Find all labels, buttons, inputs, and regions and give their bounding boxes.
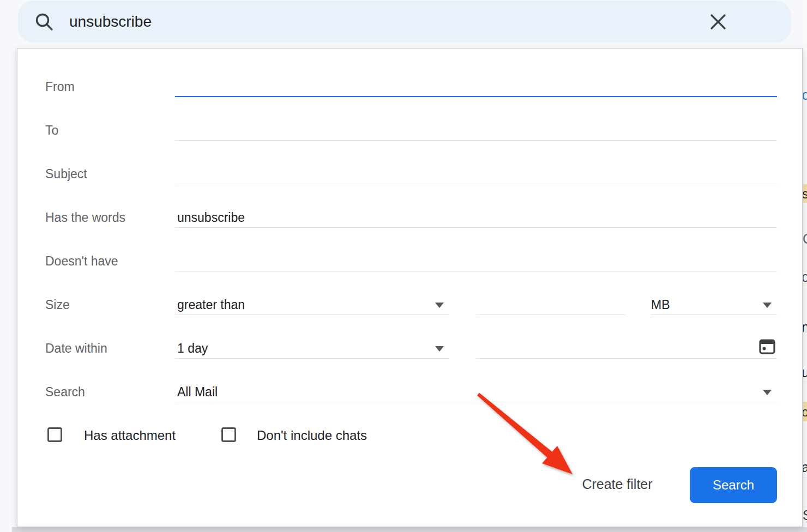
row-divider: [803, 506, 807, 506]
highlighted-text-fragment: o: [803, 402, 807, 421]
subject-label: Subject: [45, 166, 87, 182]
search-input[interactable]: unsubscribe: [69, 13, 707, 31]
size-unit-underline: [651, 315, 777, 315]
search-scope-dropdown-icon[interactable]: [763, 390, 772, 395]
create-filter-button[interactable]: Create filter: [563, 476, 672, 492]
row-divider: [803, 283, 807, 284]
search-icon: [34, 12, 54, 32]
date-within-dropdown-icon[interactable]: [435, 346, 444, 352]
dont-include-chats-checkbox[interactable]: [221, 427, 236, 442]
has-words-underline: [175, 227, 777, 228]
dont-include-chats-label: Don't include chats: [257, 428, 367, 443]
has-attachment-label: Has attachment: [84, 428, 176, 443]
size-operator-dropdown-icon[interactable]: [435, 303, 444, 308]
date-within-select[interactable]: 1 day: [177, 341, 208, 356]
date-within-underline: [175, 358, 449, 359]
background-text-fragment: S: [803, 509, 807, 522]
calendar-icon[interactable]: [759, 338, 775, 354]
search-scope-underline: [175, 402, 777, 402]
size-operator-underline: [175, 315, 449, 315]
has-words-input[interactable]: unsubscribe: [177, 210, 245, 225]
search-scope-label: Search: [45, 384, 85, 400]
from-label: From: [45, 79, 75, 94]
search-button[interactable]: Search: [690, 467, 777, 503]
close-icon[interactable]: [707, 11, 729, 33]
from-underline-focused: [175, 96, 777, 97]
search-scope-select[interactable]: All Mail: [177, 384, 218, 400]
has-words-label: Has the words: [45, 210, 125, 225]
search-filter-dialog: From To Subject Has the words unsubscrib…: [17, 48, 803, 527]
to-label: To: [45, 123, 58, 138]
size-unit-select[interactable]: MB: [651, 297, 706, 312]
size-operator-select[interactable]: greater than: [177, 297, 245, 312]
has-attachment-checkbox[interactable]: [47, 427, 62, 442]
doesnt-have-label: Doesn't have: [45, 253, 118, 269]
date-within-label: Date within: [45, 341, 107, 356]
background-text-fragment: u: [803, 366, 807, 379]
doesnt-have-underline: [175, 271, 777, 271]
background-text-fragment: d: [803, 88, 807, 102]
date-underline: [476, 358, 777, 359]
size-value-underline: [476, 315, 625, 315]
page-bottom-edge: [12, 527, 807, 532]
row-divider: [803, 477, 807, 478]
background-text-fragment: a: [803, 461, 807, 474]
row-divider: [803, 382, 807, 382]
background-text-fragment: o: [803, 270, 807, 284]
background-text-fragment: C: [803, 232, 807, 246]
size-unit-dropdown-icon[interactable]: [763, 303, 772, 308]
subject-underline: [175, 184, 777, 184]
row-divider: [803, 332, 807, 333]
gmail-search-bar[interactable]: unsubscribe: [18, 1, 791, 43]
highlighted-text-fragment: s: [803, 184, 807, 203]
background-page-strip: d s C o n u o a S: [803, 0, 807, 532]
to-underline: [175, 140, 777, 141]
size-label: Size: [45, 297, 70, 312]
